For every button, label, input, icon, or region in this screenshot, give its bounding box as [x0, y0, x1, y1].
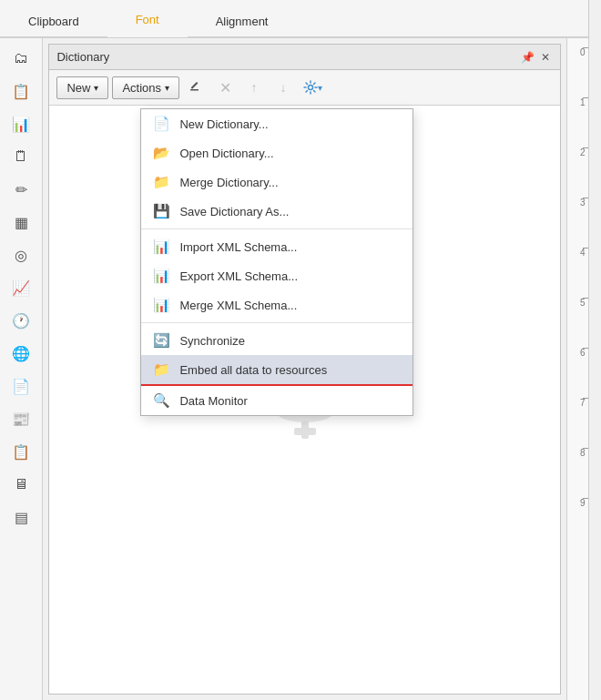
- menu-icon-open-dict: 📂: [152, 144, 170, 162]
- sidebar-icon-6[interactable]: ▦: [6, 208, 36, 237]
- menu-item-synchronize[interactable]: 🔄Synchronize: [141, 326, 413, 355]
- menu-item-import-xml[interactable]: 📊Import XML Schema...: [141, 232, 413, 261]
- menu-icon-import-xml: 📊: [152, 238, 170, 256]
- ruler-mark-7: 7: [567, 398, 588, 448]
- menu-label-export-xml: Export XML Schema...: [179, 269, 298, 283]
- menu-item-merge-dict[interactable]: 📁Merge Dictionary...: [141, 167, 413, 197]
- ruler-mark-8: 8: [567, 448, 588, 498]
- menu-item-new-dict[interactable]: 📄New Dictionary...: [141, 109, 413, 138]
- tab-font[interactable]: Font: [107, 5, 188, 37]
- menu-item-save-dict[interactable]: 💾Save Dictionary As...: [141, 197, 413, 226]
- menu-separator-1: [141, 228, 413, 229]
- menu-icon-merge-dict: 📁: [152, 173, 170, 191]
- menu-label-merge-dict: Merge Dictionary...: [179, 176, 278, 189]
- sidebar-icon-14[interactable]: 🖥: [6, 470, 36, 499]
- panel-controls: 📌 ✕: [520, 50, 553, 65]
- delete-button[interactable]: ✕: [212, 76, 238, 99]
- pin-button[interactable]: 📌: [520, 50, 535, 65]
- menu-label-save-dict: Save Dictionary As...: [179, 205, 289, 218]
- sidebar: 🗂📋📊🗒✏▦◎📈🕐🌐📄📰📋🖥▤: [0, 38, 43, 700]
- menu-item-export-xml[interactable]: 📊Export XML Schema...: [141, 261, 413, 290]
- sidebar-icon-12[interactable]: 📰: [6, 404, 36, 433]
- menu-label-new-dict: New Dictionary...: [179, 117, 268, 131]
- ruler-mark-9: 9: [567, 498, 588, 548]
- right-panel: 0123456789: [566, 38, 601, 700]
- menu-label-open-dict: Open Dictionary...: [179, 147, 273, 160]
- sidebar-icon-7[interactable]: ◎: [6, 240, 36, 269]
- ruler-mark-6: 6: [567, 348, 588, 398]
- menu-label-import-xml: Import XML Schema...: [179, 240, 297, 254]
- sidebar-icon-13[interactable]: 📋: [6, 437, 36, 466]
- ruler-mark-3: 3: [567, 198, 588, 248]
- sidebar-icon-3[interactable]: 📊: [6, 109, 36, 138]
- close-button[interactable]: ✕: [538, 50, 553, 65]
- svg-rect-0: [190, 89, 199, 91]
- menu-icon-data-monitor: 🔍: [152, 391, 170, 410]
- ruler-mark-1: 1: [567, 97, 588, 147]
- main-area: 🗂📋📊🗒✏▦◎📈🕐🌐📄📰📋🖥▤ Dictionary 📌 ✕ New ▾ Act…: [0, 38, 601, 700]
- panel-title: Dictionary: [56, 50, 109, 64]
- sidebar-icon-15[interactable]: ▤: [6, 502, 36, 532]
- panel-title-bar: Dictionary 📌 ✕: [49, 45, 560, 70]
- menu-item-merge-xml[interactable]: 📊Merge XML Schema...: [141, 290, 413, 320]
- new-chevron-icon: ▾: [94, 83, 98, 93]
- svg-rect-1: [191, 82, 199, 89]
- actions-button[interactable]: Actions ▾: [112, 76, 179, 99]
- edit-button[interactable]: [183, 76, 209, 99]
- actions-chevron-icon: ▾: [165, 83, 169, 93]
- menu-icon-save-dict: 💾: [152, 202, 170, 220]
- sidebar-icon-10[interactable]: 🌐: [6, 339, 36, 368]
- sidebar-icon-8[interactable]: 📈: [6, 273, 36, 302]
- ribbon-tabs: Clipboard Font Alignment: [0, 0, 601, 38]
- menu-item-embed-all[interactable]: 📁Embed all data to resources: [141, 355, 413, 386]
- menu-label-embed-all: Embed all data to resources: [179, 363, 327, 377]
- menu-item-data-monitor[interactable]: 🔍Data Monitor: [141, 386, 413, 415]
- menu-icon-export-xml: 📊: [152, 267, 170, 285]
- menu-icon-new-dict: 📄: [152, 115, 170, 133]
- ruler-mark-5: 5: [567, 298, 588, 348]
- dictionary-panel: Dictionary 📌 ✕ New ▾ Actions ▾: [48, 44, 561, 695]
- toolbar: New ▾ Actions ▾ ✕ ↑ ↓: [49, 70, 560, 106]
- menu-item-open-dict[interactable]: 📂Open Dictionary...: [141, 138, 413, 167]
- ruler-mark-2: 2: [567, 147, 588, 198]
- sidebar-icon-4[interactable]: 🗒: [6, 142, 36, 171]
- settings-button[interactable]: ▾: [300, 76, 325, 99]
- menu-separator-2: [141, 322, 413, 323]
- new-button[interactable]: New ▾: [56, 76, 108, 99]
- svg-rect-8: [294, 428, 316, 435]
- move-up-button[interactable]: ↑: [241, 76, 267, 99]
- sidebar-icon-9[interactable]: 🕐: [6, 306, 36, 335]
- menu-label-synchronize: Synchronize: [179, 334, 245, 348]
- menu-label-data-monitor: Data Monitor: [179, 394, 247, 408]
- ruler-mark-0: 0: [567, 47, 588, 97]
- ruler-mark-4: 4: [567, 248, 588, 298]
- menu-icon-synchronize: 🔄: [152, 331, 170, 350]
- sidebar-icon-2[interactable]: 📋: [6, 76, 36, 106]
- tab-alignment[interactable]: Alignment: [188, 6, 297, 37]
- ruler: 0123456789: [566, 38, 588, 700]
- menu-label-merge-xml: Merge XML Schema...: [179, 299, 297, 312]
- sidebar-icon-5[interactable]: ✏: [6, 175, 36, 204]
- svg-point-2: [308, 86, 312, 90]
- menu-icon-merge-xml: 📊: [152, 296, 170, 314]
- sidebar-icon-11[interactable]: 📄: [6, 371, 36, 401]
- sidebar-icon-1[interactable]: 🗂: [6, 44, 36, 73]
- actions-dropdown: 📄New Dictionary...📂Open Dictionary...📁Me…: [140, 108, 413, 416]
- move-down-button[interactable]: ↓: [270, 76, 296, 99]
- scrollbar[interactable]: [588, 38, 601, 700]
- menu-icon-embed-all: 📁: [152, 360, 170, 379]
- tab-clipboard[interactable]: Clipboard: [0, 6, 107, 37]
